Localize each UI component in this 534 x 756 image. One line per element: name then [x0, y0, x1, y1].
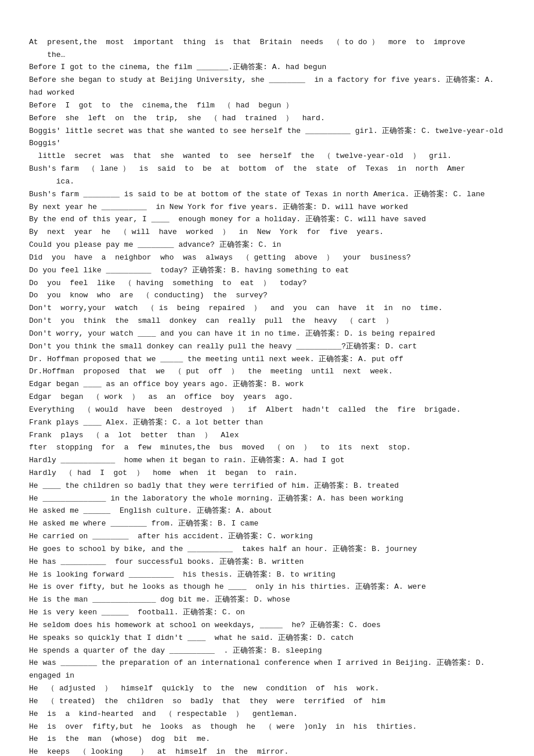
text-line-41: He is looking forward __________ his the… [29, 568, 505, 581]
text-line-1: the… [29, 49, 505, 62]
text-line-21: Don't you think the small donkey can rea… [29, 315, 505, 327]
text-line-33: Hardly （ had I got ） home when it began … [29, 467, 505, 480]
text-line-24: Dr. Hoffman proposed that we _____ the m… [29, 353, 505, 366]
text-line-52: He is over fifty,but he looks as though … [29, 721, 505, 733]
text-line-47: He spends a quarter of the day _________… [29, 645, 505, 657]
text-line-10: ica. [29, 175, 505, 188]
text-line-8: little secret was that she wanted to see… [29, 150, 505, 163]
text-line-44: He is very keen ______ football. 正确答案: C… [29, 606, 505, 619]
text-line-23: Don't you think the small donkey can rea… [29, 340, 505, 353]
text-line-35: He ______________ in the laboratory the … [29, 492, 505, 505]
text-line-29: Frank plays ____ Alex. 正确答案: C. a lot be… [29, 416, 505, 429]
text-line-48: He was ________ the preparation of an in… [29, 657, 505, 682]
text-line-53: He is the man (whose) dog bit me. [29, 733, 505, 746]
text-line-46: He speaks so quickly that I didn't ____ … [29, 632, 505, 645]
text-line-39: He goes to school by bike, and the _____… [29, 543, 505, 556]
text-line-11: Bush's farm ________ is said to be at bo… [29, 188, 505, 201]
text-line-5: Before she left on the trip, she （ had t… [29, 112, 505, 125]
text-line-14: By next year he （ will have worked ） in … [29, 226, 505, 239]
text-line-12: By next year he __________ in New York f… [29, 201, 505, 214]
text-line-26: Edgar began ____ as an office boy years … [29, 378, 505, 391]
text-line-28: Everything （ would have been destroyed ）… [29, 404, 505, 416]
text-line-3: Before she began to study at Beijing Uni… [29, 74, 505, 99]
text-line-2: Before I got to the cinema, the film ___… [29, 61, 505, 74]
text-line-16: Did you have a neighbor who was always （… [29, 251, 505, 264]
text-line-22: Don't worry, your watch ____ and you can… [29, 327, 505, 340]
text-line-42: He is over fifty, but he looks as though… [29, 581, 505, 593]
text-line-15: Could you please pay me ________ advance… [29, 239, 505, 251]
text-line-19: Do you know who are （ conducting) the su… [29, 289, 505, 302]
text-line-17: Do you feel like __________ today? 正确答案:… [29, 264, 505, 277]
text-line-27: Edgar began （ work ） as an office boy ye… [29, 391, 505, 404]
text-line-38: He carried on ________ after his acciden… [29, 530, 505, 543]
text-line-31: fter stopping for a few minutes,the bus … [29, 441, 505, 454]
text-line-6: Boggis' little secret was that she wante… [29, 125, 505, 138]
text-line-51: He is a kind-hearted and （ respectable ）… [29, 708, 505, 721]
text-line-7: Boggis' [29, 137, 505, 150]
text-line-20: Don't worry,your watch （ is being repair… [29, 302, 505, 315]
text-line-4: Before I got to the cinema,the film （ ha… [29, 99, 505, 112]
text-line-0: At present,the most important thing is t… [29, 36, 505, 49]
text-line-50: He （ treated) the children so badly that… [29, 695, 505, 708]
text-line-43: He is the man ______________ dog bit me.… [29, 593, 505, 606]
text-line-30: Frank plays （ a lot better than ） Alex [29, 429, 505, 442]
text-line-9: Bush's farm （ lane ） is said to be at bo… [29, 163, 505, 175]
text-line-45: He seldom does his homework at school on… [29, 619, 505, 632]
text-line-40: He has __________ four successful books.… [29, 556, 505, 568]
text-line-54: He keeps （ looking ） at himself in the m… [29, 746, 505, 756]
text-line-34: He ____ the children so badly that they … [29, 480, 505, 492]
text-line-37: He asked me where ________ from. 正确答案: B… [29, 517, 505, 530]
text-line-13: By the end of this year, I ____ enough m… [29, 213, 505, 226]
text-line-49: He （ adjusted ） himself quickly to the n… [29, 682, 505, 695]
text-line-25: Dr.Hoffman proposed that we （ put off ） … [29, 365, 505, 378]
text-line-32: Hardly ____________ home when it began t… [29, 454, 505, 467]
text-line-18: Do you feel like （ having something to e… [29, 277, 505, 290]
text-line-36: He asked me ______ English culture. 正确答案… [29, 505, 505, 517]
main-content: At present,the most important thing is t… [29, 23, 505, 756]
